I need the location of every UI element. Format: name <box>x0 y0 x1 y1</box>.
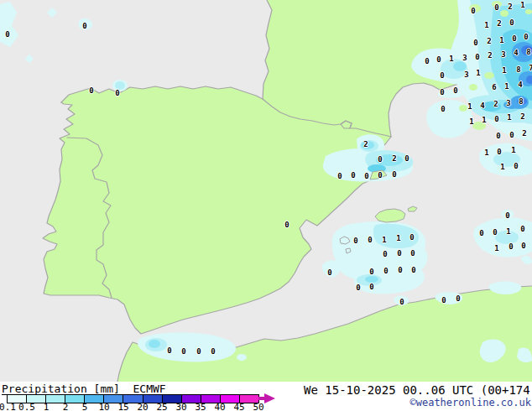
legend-tick-row: 0.10.5125101520253035404550 <box>0 402 285 411</box>
legend-tick-label: 0.5 <box>18 402 35 411</box>
legend-tick-label: 35 <box>195 402 206 411</box>
legend-unit-label: [mm] <box>94 382 120 395</box>
map-canvas <box>0 0 532 382</box>
legend-tick-label: 5 <box>82 402 88 411</box>
legend-title: Precipitation [mm] ECMWF <box>2 382 166 395</box>
legend-tick-label: 50 <box>253 402 263 411</box>
legend-tick-label: 10 <box>98 402 109 411</box>
weather-map-screenshot: 0000002112002100001302348031187006140142… <box>0 0 532 411</box>
legend-tick-label: 2 <box>63 402 69 411</box>
legend-tick-label: 25 <box>156 402 167 411</box>
legend-tick-label: 40 <box>214 402 225 411</box>
legend-tick-label: 15 <box>117 402 128 411</box>
precipitation-map: 0000002112002100001302348031187006140142… <box>0 0 532 382</box>
legend-model-label: ECMWF <box>133 382 166 395</box>
legend-tick-label: 45 <box>233 402 244 411</box>
legend-tick-label: 0.1 <box>0 402 16 411</box>
copyright-text: ©weatheronline.co.uk <box>410 397 532 408</box>
validity-datetime: We 15-10-2025 00..06 UTC (00+174 <box>304 383 530 397</box>
legend-parameter-label: Precipitation <box>2 382 87 395</box>
legend-tick-label: 30 <box>175 402 186 411</box>
legend-tick-label: 20 <box>137 402 148 411</box>
legend-tick-label: 1 <box>44 402 50 411</box>
